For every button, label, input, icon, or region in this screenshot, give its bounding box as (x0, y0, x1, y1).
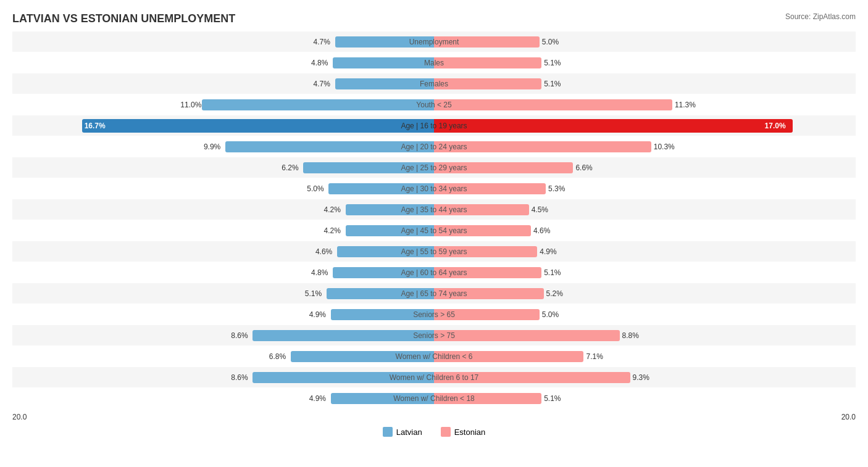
left-value: 4.7% (313, 80, 330, 88)
bar-row: Age | 16 to 19 years16.7%17.0% (12, 115, 856, 136)
right-value: 5.1% (544, 59, 561, 67)
left-value: 4.7% (313, 38, 330, 46)
row-label: Age | 55 to 59 years (401, 247, 467, 256)
legend: Latvian Estonian (12, 427, 856, 437)
bar-row: Age | 30 to 34 years5.0%5.3% (12, 178, 856, 199)
left-value: 5.0% (307, 184, 323, 193)
left-value: 4.9% (309, 394, 326, 403)
row-label: Women w/ Children < 6 (396, 352, 473, 361)
bar-row: Age | 60 to 64 years4.8%5.1% (12, 262, 856, 283)
row-label: Youth < 25 (416, 101, 451, 109)
bar-row: Seniors > 654.9%5.0% (12, 304, 856, 324)
chart-container: LATVIAN VS ESTONIAN UNEMPLOYMENT Source:… (0, 0, 868, 467)
bar-blue (252, 330, 434, 341)
right-value: 5.0% (542, 310, 559, 319)
right-value: 11.3% (675, 101, 696, 109)
bar-pink (434, 57, 541, 68)
left-value: 4.8% (311, 268, 328, 277)
bar-row: Age | 65 to 74 years5.1%5.2% (12, 283, 856, 304)
right-value: 4.5% (532, 205, 548, 214)
bar-row: Males4.8%5.1% (12, 52, 856, 73)
left-value: 8.6% (231, 331, 248, 340)
left-value: 4.2% (324, 226, 341, 235)
right-value: 9.3% (633, 373, 649, 382)
left-value: 4.6% (315, 247, 332, 256)
left-value: 6.2% (282, 163, 298, 172)
bar-row: Women w/ Children 6 to 178.6%9.3% (12, 367, 856, 387)
chart-title: LATVIAN VS ESTONIAN UNEMPLOYMENT (12, 12, 856, 25)
right-value: 5.2% (546, 289, 563, 298)
bar-row: Age | 55 to 59 years4.6%4.9% (12, 241, 856, 262)
bar-row: Females4.7%5.1% (12, 73, 856, 94)
right-value: 5.1% (544, 80, 561, 88)
legend-latvian: Latvian (383, 427, 422, 437)
legend-estonian-label: Estonian (454, 428, 486, 437)
bar-row: Age | 45 to 54 years4.2%4.6% (12, 220, 856, 241)
right-value: 4.9% (540, 247, 556, 256)
row-label: Unemployment (409, 38, 459, 46)
source-label: Source: ZipAtlas.com (785, 12, 856, 21)
left-value: 9.9% (204, 143, 220, 151)
bar-row: Youth < 2511.0%11.3% (12, 94, 856, 115)
bar-row: Seniors > 758.6%8.8% (12, 325, 856, 345)
right-value: 8.8% (622, 331, 639, 340)
chart-inner: Unemployment4.7%5.0%Males4.8%5.1%Females… (12, 31, 856, 423)
left-value: 4.9% (309, 310, 326, 319)
bar-blue (335, 78, 435, 89)
row-label: Age | 45 to 54 years (401, 226, 467, 235)
row-label: Age | 25 to 29 years (401, 163, 467, 172)
row-label: Seniors > 65 (413, 310, 455, 319)
left-value: 16.7% (85, 122, 106, 130)
bar-row: Women w/ Children < 184.9%5.1% (12, 388, 856, 408)
legend-latvian-label: Latvian (396, 428, 422, 437)
row-label: Females (420, 80, 448, 88)
legend-estonian: Estonian (441, 427, 486, 437)
row-label: Age | 65 to 74 years (401, 289, 467, 298)
bar-pink (434, 119, 793, 133)
left-value: 8.6% (231, 373, 248, 382)
bar-pink (434, 99, 672, 110)
bar-row: Age | 35 to 44 years4.2%4.5% (12, 199, 856, 220)
bar-row: Age | 20 to 24 years9.9%10.3% (12, 136, 856, 157)
bar-row: Age | 25 to 29 years6.2%6.6% (12, 157, 856, 178)
bar-row: Women w/ Children < 66.8%7.1% (12, 346, 856, 366)
row-label: Age | 60 to 64 years (401, 268, 467, 277)
right-value: 10.3% (654, 143, 675, 151)
left-value: 6.8% (269, 352, 286, 361)
right-value: 5.1% (544, 394, 561, 403)
row-label: Age | 35 to 44 years (401, 205, 467, 214)
row-label: Age | 20 to 24 years (401, 143, 467, 151)
bar-blue (202, 99, 434, 110)
axis-left: 20.0 (12, 413, 27, 421)
bar-blue (82, 119, 434, 133)
right-value: 17.0% (765, 122, 786, 130)
legend-latvian-box (383, 427, 393, 437)
row-label: Women w/ Children 6 to 17 (390, 373, 479, 382)
bar-blue (333, 57, 434, 68)
right-value: 6.6% (575, 163, 592, 172)
right-value: 5.1% (544, 268, 561, 277)
row-label: Age | 30 to 34 years (401, 184, 467, 193)
left-value: 11.0% (180, 101, 201, 109)
axis-right: 20.0 (841, 413, 856, 421)
right-value: 5.3% (548, 184, 565, 193)
left-value: 4.8% (311, 59, 328, 67)
row-label: Seniors > 75 (413, 331, 455, 340)
left-value: 5.1% (305, 289, 322, 298)
row-label: Women w/ Children < 18 (393, 394, 475, 403)
left-value: 4.2% (324, 205, 341, 214)
row-label: Males (424, 59, 444, 67)
right-value: 7.1% (586, 352, 603, 361)
row-label: Age | 16 to 19 years (401, 122, 467, 130)
right-value: 5.0% (542, 38, 559, 46)
right-value: 4.6% (533, 226, 550, 235)
bar-row: Unemployment4.7%5.0% (12, 31, 856, 52)
legend-estonian-box (441, 427, 451, 437)
bar-pink (434, 330, 620, 341)
bar-pink (434, 78, 541, 89)
